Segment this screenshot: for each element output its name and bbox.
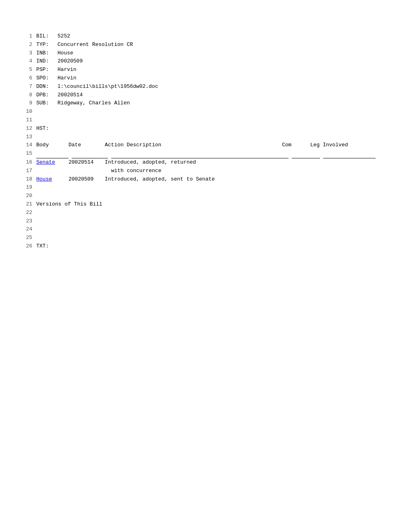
line-18: 18 House 20020509 Introduced, adopted, s… [24, 175, 387, 184]
divider-gap2 [108, 150, 111, 158]
line-14: 14 Body Date Action Description Com Leg … [24, 141, 387, 150]
line-19: 19 [24, 183, 387, 192]
line-content-12: HST: [36, 125, 387, 133]
line-5: 5 PSP: Harvin [24, 66, 387, 74]
senate-leg-cell [310, 158, 363, 167]
house-leg-cell [310, 175, 363, 184]
divider-leg [323, 150, 376, 158]
field-value-dpb: 20020514 [58, 92, 83, 98]
line-content-10 [36, 108, 387, 116]
line-num-21: 21 [24, 200, 36, 209]
divider-com [292, 150, 320, 158]
line-num-22: 22 [24, 209, 36, 217]
line-num-1: 1 [24, 32, 36, 41]
line-16: 16 Senate 20020514 Introduced, adopted, … [24, 158, 387, 167]
line-10: 10 [24, 108, 387, 116]
divider-gap1 [68, 150, 72, 158]
line-content-20 [36, 192, 387, 200]
line-1: 1 BIL: 5252 [24, 32, 387, 41]
history-dividers [36, 150, 387, 158]
line-content-19 [36, 183, 387, 192]
col-header-body: Body [36, 141, 68, 150]
line-8: 8 DPB: 20020514 [24, 91, 387, 100]
field-value-bil: 5252 [58, 33, 70, 39]
versions-label: Versions of This Bill [36, 201, 102, 207]
senate-action-cell-2: with concurrence [111, 168, 162, 174]
line-content-4: IND: 20020509 [36, 57, 387, 66]
line-num-7: 7 [24, 83, 36, 91]
line-num-24: 24 [24, 225, 36, 234]
line-content-2: TYP: Concurrent Resolution CR [36, 41, 387, 49]
line-num-2: 2 [24, 41, 36, 49]
line-2: 2 TYP: Concurrent Resolution CR [24, 41, 387, 49]
line-content-6: SPO: Harvin [36, 74, 387, 83]
line-11: 11 [24, 116, 387, 125]
field-label-ind: IND: [36, 57, 54, 66]
line-num-19: 19 [24, 183, 36, 192]
line-content-3: INB: House [36, 49, 387, 58]
line-content-8: DPB: 20020514 [36, 91, 387, 100]
history-row-house: House 20020509 Introduced, adopted, sent… [36, 175, 387, 184]
field-label-ddn: DDN: [36, 83, 54, 91]
line-content-26: TXT: [36, 242, 387, 251]
line-num-23: 23 [24, 217, 36, 226]
line-num-13: 13 [24, 133, 36, 141]
line-content-17: with concurrence [36, 167, 387, 175]
hst-label: HST: [36, 125, 49, 131]
field-label-spo: SPO: [36, 74, 54, 83]
field-value-typ: Concurrent Resolution CR [58, 42, 133, 48]
line-num-16: 16 [24, 158, 36, 167]
line-15: 15 [24, 150, 387, 158]
line-12: 12 HST: [24, 125, 387, 133]
history-header: Body Date Action Description Com Leg Inv… [36, 141, 387, 150]
line-num-14: 14 [24, 141, 36, 150]
line-17: 17 with concurrence [24, 167, 387, 175]
col-header-action: Action Description [105, 141, 282, 150]
line-content-25 [36, 234, 387, 242]
document-content: 1 BIL: 5252 2 TYP: Concurrent Resolution… [0, 0, 411, 283]
line-num-20: 20 [24, 192, 36, 200]
line-num-6: 6 [24, 74, 36, 83]
line-content-7: DDN: l:\council\bills\pt\1956dw02.doc [36, 83, 387, 91]
house-date-cell: 20020509 [68, 175, 105, 184]
field-value-inb: House [58, 50, 73, 56]
line-24: 24 [24, 225, 387, 234]
history-row-senate: Senate 20020514 Introduced, adopted, ret… [36, 158, 387, 167]
field-value-psp: Harvin [58, 66, 77, 73]
line-3: 3 INB: House [24, 49, 387, 58]
house-body-cell: House [36, 175, 68, 184]
line-25: 25 [24, 234, 387, 242]
line-num-11: 11 [24, 116, 36, 125]
col-header-date: Date [68, 141, 105, 150]
divider-gap4 [320, 150, 323, 158]
field-value-sub: Ridgeway, Charles Allen [58, 100, 130, 106]
field-value-spo: Harvin [58, 75, 77, 81]
line-content-5: PSP: Harvin [36, 66, 387, 74]
line-num-17: 17 [24, 167, 36, 175]
divider-body [36, 150, 68, 158]
line-7: 7 DDN: l:\council\bills\pt\1956dw02.doc [24, 83, 387, 91]
divider-date [72, 150, 108, 158]
line-4: 4 IND: 20020509 [24, 57, 387, 66]
line-6: 6 SPO: Harvin [24, 74, 387, 83]
field-label-bil: BIL: [36, 32, 54, 41]
divider-action [111, 150, 289, 158]
line-13: 13 [24, 133, 387, 141]
line-num-26: 26 [24, 242, 36, 251]
house-action-cell: Introduced, adopted, sent to Senate [105, 175, 282, 184]
line-content-24 [36, 225, 387, 234]
col-header-com: Com [282, 141, 310, 150]
field-label-dpb: DPB: [36, 91, 54, 100]
line-num-15: 15 [24, 150, 36, 158]
senate-link[interactable]: Senate [36, 159, 55, 165]
house-link[interactable]: House [36, 176, 52, 182]
field-label-sub: SUB: [36, 99, 54, 108]
line-num-8: 8 [24, 91, 36, 100]
line-content-9: SUB: Ridgeway, Charles Allen [36, 99, 387, 108]
txt-label: TXT: [36, 243, 49, 249]
line-content-23 [36, 217, 387, 226]
senate-body-cell: Senate [36, 158, 68, 167]
line-num-3: 3 [24, 49, 36, 58]
line-20: 20 [24, 192, 387, 200]
line-content-21: Versions of This Bill [36, 200, 387, 209]
